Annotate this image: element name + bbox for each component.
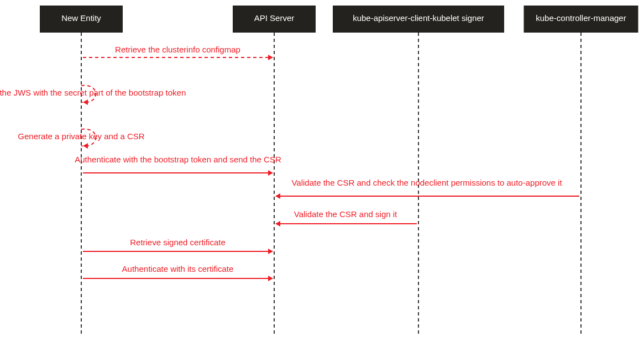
actor-label-new_entity: New Entity [61,13,101,23]
arrow-head [83,143,88,149]
actor-label-kcm: kube-controller-manager [536,13,626,23]
message-5: Validate the CSR and sign it [275,209,417,227]
message-4: Validate the CSR and check the nodeclien… [275,178,579,199]
message-text-6: Retrieve signed certificate [130,238,226,247]
message-text-7: Authenticate with its certificate [122,264,234,273]
message-3: Authenticate with the bootstrap token an… [75,155,281,176]
arrow-head [275,221,280,227]
arrow-head [275,193,280,199]
message-1: Verify the JWS with the secret part of t… [0,86,186,105]
message-0: Retrieve the clusterinfo configmap [83,45,273,60]
arrow-head [83,99,88,105]
message-text-1: Verify the JWS with the secret part of t… [0,88,186,97]
actor-label-api_server: API Server [254,13,295,23]
message-text-2: Generate a private key and a CSR [18,131,144,141]
message-text-0: Retrieve the clusterinfo configmap [115,45,240,54]
arrow-head [268,249,273,254]
message-2: Generate a private key and a CSR [18,129,144,149]
message-6: Retrieve signed certificate [83,238,273,254]
actor-label-signer: kube-apiserver-client-kubelet signer [353,13,484,23]
message-text-3: Authenticate with the bootstrap token an… [75,155,281,164]
message-7: Authenticate with its certificate [83,264,273,281]
message-text-4: Validate the CSR and check the nodeclien… [291,178,562,187]
message-text-5: Validate the CSR and sign it [294,209,397,219]
arrow-head [268,276,273,281]
arrow-head [268,55,273,60]
arrow-head [268,170,273,176]
